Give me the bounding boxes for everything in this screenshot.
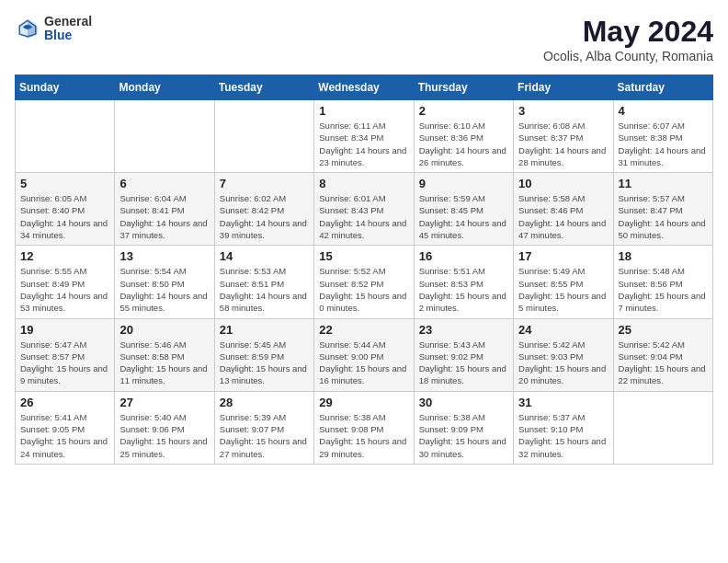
day-number: 29 (319, 396, 408, 409)
day-info: Sunrise: 5:54 AM Sunset: 8:50 PM Dayligh… (119, 265, 209, 314)
day-info: Sunrise: 5:48 AM Sunset: 8:56 PM Dayligh… (619, 265, 708, 314)
day-info: Sunrise: 5:51 AM Sunset: 8:53 PM Dayligh… (419, 265, 508, 314)
day-number: 20 (119, 323, 209, 337)
day-number: 26 (20, 396, 109, 409)
weekday-header: Wednesday (314, 75, 414, 100)
calendar-day-cell: 28Sunrise: 5:39 AM Sunset: 9:07 PM Dayli… (214, 391, 313, 464)
day-info: Sunrise: 6:11 AM Sunset: 8:34 PM Dayligh… (319, 120, 408, 168)
day-info: Sunrise: 5:38 AM Sunset: 9:09 PM Dayligh… (419, 411, 508, 460)
title-month: May 2024 (543, 15, 713, 49)
day-number: 25 (619, 323, 708, 337)
calendar-day-cell: 26Sunrise: 5:41 AM Sunset: 9:05 PM Dayli… (16, 391, 115, 464)
calendar-day-cell: 24Sunrise: 5:42 AM Sunset: 9:03 PM Dayli… (514, 318, 613, 391)
day-info: Sunrise: 5:45 AM Sunset: 8:59 PM Dayligh… (220, 339, 309, 387)
title-location: Ocolis, Alba County, Romania (543, 49, 713, 63)
day-info: Sunrise: 6:02 AM Sunset: 8:42 PM Dayligh… (220, 192, 309, 241)
day-number: 23 (419, 323, 508, 337)
calendar-day-cell: 2Sunrise: 6:10 AM Sunset: 8:36 PM Daylig… (414, 100, 513, 173)
day-info: Sunrise: 6:07 AM Sunset: 8:38 PM Dayligh… (619, 120, 708, 168)
day-number: 5 (20, 177, 109, 190)
calendar-day-cell: 23Sunrise: 5:43 AM Sunset: 9:02 PM Dayli… (414, 318, 513, 391)
day-info: Sunrise: 5:57 AM Sunset: 8:47 PM Dayligh… (619, 192, 708, 241)
day-number: 12 (20, 249, 109, 263)
weekday-header: Saturday (613, 75, 712, 100)
day-number: 7 (220, 177, 309, 190)
day-number: 4 (619, 104, 708, 118)
weekday-header: Thursday (414, 75, 513, 100)
day-number: 31 (518, 396, 608, 409)
day-info: Sunrise: 5:41 AM Sunset: 9:05 PM Dayligh… (20, 411, 109, 460)
calendar-day-cell: 25Sunrise: 5:42 AM Sunset: 9:04 PM Dayli… (613, 318, 712, 391)
calendar-day-cell: 15Sunrise: 5:52 AM Sunset: 8:52 PM Dayli… (314, 246, 414, 318)
calendar-day-cell: 13Sunrise: 5:54 AM Sunset: 8:50 PM Dayli… (115, 246, 214, 318)
day-info: Sunrise: 5:49 AM Sunset: 8:55 PM Dayligh… (518, 265, 608, 314)
day-number: 17 (518, 249, 608, 263)
day-info: Sunrise: 5:37 AM Sunset: 9:10 PM Dayligh… (518, 411, 608, 460)
calendar-day-cell: 20Sunrise: 5:46 AM Sunset: 8:58 PM Dayli… (115, 318, 214, 391)
day-number: 16 (419, 249, 508, 263)
day-info: Sunrise: 5:42 AM Sunset: 9:03 PM Dayligh… (518, 339, 608, 387)
day-number: 19 (20, 323, 109, 337)
calendar-day-cell: 4Sunrise: 6:07 AM Sunset: 8:38 PM Daylig… (613, 100, 712, 173)
day-info: Sunrise: 6:01 AM Sunset: 8:43 PM Dayligh… (319, 192, 408, 241)
calendar-day-cell: 16Sunrise: 5:51 AM Sunset: 8:53 PM Dayli… (414, 246, 513, 318)
day-number: 13 (119, 249, 209, 263)
calendar-day-cell: 10Sunrise: 5:58 AM Sunset: 8:46 PM Dayli… (514, 173, 613, 246)
day-info: Sunrise: 5:40 AM Sunset: 9:06 PM Dayligh… (119, 411, 209, 460)
calendar-day-cell: 12Sunrise: 5:55 AM Sunset: 8:49 PM Dayli… (16, 246, 115, 318)
calendar-day-cell: 8Sunrise: 6:01 AM Sunset: 8:43 PM Daylig… (314, 173, 414, 246)
day-number: 1 (319, 104, 408, 118)
day-number: 14 (220, 249, 309, 263)
day-info: Sunrise: 5:42 AM Sunset: 9:04 PM Dayligh… (619, 339, 708, 387)
day-info: Sunrise: 6:04 AM Sunset: 8:41 PM Dayligh… (119, 192, 209, 241)
calendar-day-cell: 29Sunrise: 5:38 AM Sunset: 9:08 PM Dayli… (314, 391, 414, 464)
calendar-day-cell (613, 391, 712, 464)
day-number: 9 (419, 177, 508, 190)
calendar-day-cell: 6Sunrise: 6:04 AM Sunset: 8:41 PM Daylig… (115, 173, 214, 246)
day-info: Sunrise: 5:47 AM Sunset: 8:57 PM Dayligh… (20, 339, 109, 387)
calendar-day-cell: 7Sunrise: 6:02 AM Sunset: 8:42 PM Daylig… (214, 173, 313, 246)
calendar-day-cell (115, 100, 214, 173)
calendar-day-cell: 11Sunrise: 5:57 AM Sunset: 8:47 PM Dayli… (613, 173, 712, 246)
day-info: Sunrise: 5:53 AM Sunset: 8:51 PM Dayligh… (220, 265, 309, 314)
page-header: General Blue May 2024 Ocolis, Alba Count… (15, 15, 713, 63)
day-info: Sunrise: 5:55 AM Sunset: 8:49 PM Dayligh… (20, 265, 109, 314)
calendar-day-cell: 31Sunrise: 5:37 AM Sunset: 9:10 PM Dayli… (514, 391, 613, 464)
day-info: Sunrise: 6:10 AM Sunset: 8:36 PM Dayligh… (419, 120, 508, 168)
day-info: Sunrise: 5:52 AM Sunset: 8:52 PM Dayligh… (319, 265, 408, 314)
calendar-day-cell: 19Sunrise: 5:47 AM Sunset: 8:57 PM Dayli… (16, 318, 115, 391)
calendar-header-row: SundayMondayTuesdayWednesdayThursdayFrid… (16, 75, 713, 100)
day-number: 27 (119, 396, 209, 409)
calendar-week-row: 19Sunrise: 5:47 AM Sunset: 8:57 PM Dayli… (16, 318, 713, 391)
calendar-day-cell: 17Sunrise: 5:49 AM Sunset: 8:55 PM Dayli… (514, 246, 613, 318)
calendar-day-cell: 5Sunrise: 6:05 AM Sunset: 8:40 PM Daylig… (16, 173, 115, 246)
calendar-week-row: 26Sunrise: 5:41 AM Sunset: 9:05 PM Dayli… (16, 391, 713, 464)
calendar-day-cell: 30Sunrise: 5:38 AM Sunset: 9:09 PM Dayli… (414, 391, 513, 464)
calendar-week-row: 1Sunrise: 6:11 AM Sunset: 8:34 PM Daylig… (16, 100, 713, 173)
calendar-day-cell (214, 100, 313, 173)
calendar-day-cell (16, 100, 115, 173)
title-block: May 2024 Ocolis, Alba County, Romania (543, 15, 713, 63)
calendar-day-cell: 14Sunrise: 5:53 AM Sunset: 8:51 PM Dayli… (214, 246, 313, 318)
day-info: Sunrise: 5:44 AM Sunset: 9:00 PM Dayligh… (319, 339, 408, 387)
day-info: Sunrise: 6:08 AM Sunset: 8:37 PM Dayligh… (518, 120, 608, 168)
day-number: 6 (119, 177, 209, 190)
day-info: Sunrise: 5:46 AM Sunset: 8:58 PM Dayligh… (119, 339, 209, 387)
day-number: 21 (220, 323, 309, 337)
day-number: 24 (518, 323, 608, 337)
day-number: 10 (518, 177, 608, 190)
calendar-day-cell: 27Sunrise: 5:40 AM Sunset: 9:06 PM Dayli… (115, 391, 214, 464)
calendar-day-cell: 22Sunrise: 5:44 AM Sunset: 9:00 PM Dayli… (314, 318, 414, 391)
weekday-header: Friday (514, 75, 613, 100)
calendar-table: SundayMondayTuesdayWednesdayThursdayFrid… (15, 75, 713, 465)
logo-icon (15, 16, 40, 41)
day-number: 8 (319, 177, 408, 190)
calendar-day-cell: 1Sunrise: 6:11 AM Sunset: 8:34 PM Daylig… (314, 100, 414, 173)
calendar-day-cell: 9Sunrise: 5:59 AM Sunset: 8:45 PM Daylig… (414, 173, 513, 246)
day-number: 2 (419, 104, 508, 118)
day-info: Sunrise: 5:39 AM Sunset: 9:07 PM Dayligh… (220, 411, 309, 460)
logo-text: General Blue (44, 15, 92, 43)
calendar-week-row: 12Sunrise: 5:55 AM Sunset: 8:49 PM Dayli… (16, 246, 713, 318)
day-info: Sunrise: 5:58 AM Sunset: 8:46 PM Dayligh… (518, 192, 608, 241)
day-info: Sunrise: 6:05 AM Sunset: 8:40 PM Dayligh… (20, 192, 109, 241)
